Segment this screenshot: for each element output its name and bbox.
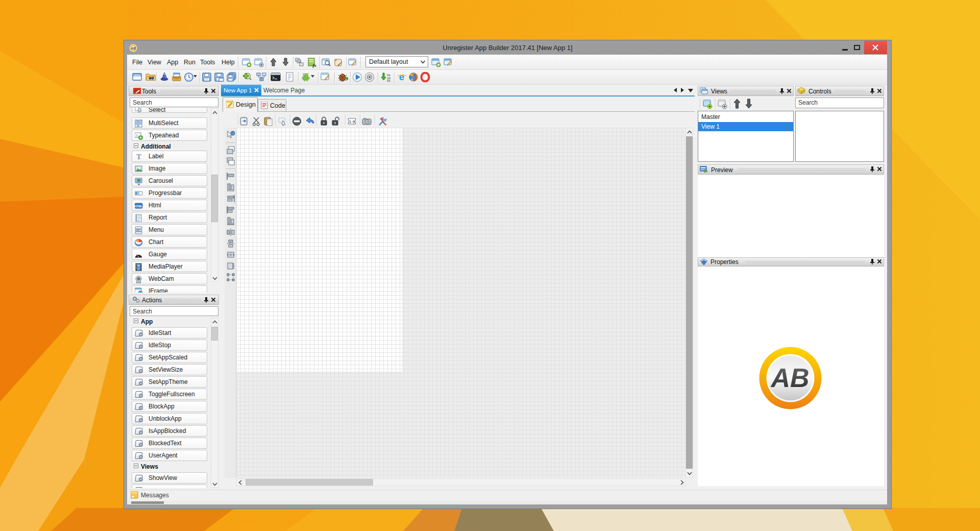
svg-text:AB: AB [770, 363, 809, 393]
svg-text:HTML: HTML [700, 167, 707, 171]
svg-text:01: 01 [387, 79, 390, 82]
svg-text:e: e [399, 72, 405, 82]
svg-text:I: I [136, 133, 137, 138]
svg-text:AB: AB [130, 46, 136, 50]
svg-text:HTML: HTML [135, 205, 143, 208]
svg-text:T: T [136, 153, 141, 161]
svg-text:1·9: 1·9 [349, 119, 355, 124]
svg-text:fx: fx [313, 63, 317, 68]
